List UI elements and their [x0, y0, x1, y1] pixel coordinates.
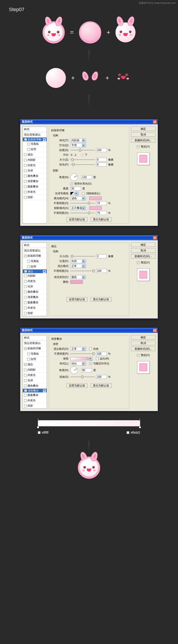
gloss-dropdown[interactable]	[76, 192, 79, 196]
input-opacity[interactable]: 100	[96, 269, 107, 273]
select-blendmode[interactable]: 正常	[70, 347, 86, 351]
cancel-button[interactable]: 取消	[131, 341, 155, 345]
select-gradstyle[interactable]: 径向	[70, 362, 86, 366]
checkbox-preview[interactable]	[137, 146, 139, 148]
input-altitude[interactable]: 30	[70, 186, 81, 190]
make-default-button[interactable]: 设置为默认值	[67, 217, 87, 222]
select-hilight-mode[interactable]: 滤色	[70, 196, 86, 200]
input-scale[interactable]: 100	[96, 375, 107, 379]
slider-soften[interactable]	[70, 163, 95, 166]
checkbox-icon[interactable]	[24, 180, 27, 183]
list-item-gradoverlay[interactable]: 渐变叠加	[23, 388, 47, 392]
checkbox-dither[interactable]	[89, 348, 92, 350]
select-style[interactable]: 内斜面	[70, 138, 86, 142]
close-icon[interactable]: ×	[153, 329, 157, 332]
gloss-contour-picker[interactable]	[70, 192, 74, 195]
checkbox-icon[interactable]	[27, 353, 30, 355]
list-item-patternoverlay[interactable]: 图案叠加	[23, 184, 47, 190]
cancel-button[interactable]: 取消	[131, 132, 155, 137]
checkbox-icon[interactable]	[24, 307, 27, 309]
list-item-satin[interactable]: 光泽	[23, 168, 47, 174]
list-header-styles[interactable]: 样式	[23, 127, 47, 132]
list-item-texture[interactable]: 纹理	[23, 147, 47, 152]
checkbox-antialias[interactable]	[82, 192, 85, 195]
checkbox-icon[interactable]	[27, 265, 30, 268]
dialog-titlebar[interactable]: 图层样式 ×	[20, 328, 158, 333]
checkbox-icon[interactable]	[24, 404, 27, 407]
new-style-button[interactable]: 新建样式(W)...	[131, 138, 155, 142]
list-item-stroke[interactable]: 描边	[23, 152, 47, 158]
checkbox-icon[interactable]	[27, 143, 30, 146]
list-blend-options[interactable]: 混合选项:默认	[23, 341, 47, 346]
checkbox-icon[interactable]	[24, 285, 27, 288]
checkbox-icon[interactable]	[24, 399, 27, 402]
list-item-innerglow[interactable]: 内发光	[23, 279, 47, 284]
list-item-innershadow[interactable]: 内阴影	[23, 367, 47, 373]
list-item-innerglow[interactable]: 内发光	[23, 373, 47, 378]
checkbox-icon[interactable]	[24, 369, 27, 371]
checkbox-icon[interactable]	[27, 148, 30, 151]
radio-down[interactable]	[81, 154, 83, 156]
color-stop-left[interactable]	[37, 426, 39, 428]
opacity-stop-right[interactable]	[139, 418, 141, 420]
angle-dial[interactable]	[70, 174, 78, 181]
checkbox-reverse[interactable]	[96, 357, 99, 360]
checkbox-icon[interactable]	[24, 191, 27, 194]
list-item-outerglow[interactable]: 外发光	[23, 305, 47, 311]
list-item-coloroverlay[interactable]: 颜色叠加	[23, 289, 47, 295]
checkbox-icon[interactable]	[24, 154, 27, 156]
style-list[interactable]: 样式 混合选项:默认 斜面和浮雕 等高线 纹理 描边 内阴影 内发光 光泽 颜色…	[23, 242, 47, 316]
checkbox-icon[interactable]	[24, 275, 27, 277]
slider-shadow-opacity[interactable]	[70, 211, 95, 215]
list-item-contour[interactable]: 等高线	[23, 142, 47, 147]
list-item-contour[interactable]: 等高线	[23, 351, 47, 357]
list-item-gradoverlay[interactable]: 渐变叠加	[23, 295, 47, 300]
list-item-texture[interactable]: 纹理	[23, 264, 47, 269]
hilight-color-swatch[interactable]	[89, 196, 102, 200]
checkbox-icon[interactable]	[27, 358, 30, 361]
select-blendmode[interactable]: 正常	[70, 264, 86, 268]
reset-default-button[interactable]: 复位为默认值	[91, 383, 111, 388]
list-item-texture[interactable]: 纹理	[23, 357, 47, 362]
list-item-innerglow[interactable]: 内发光	[23, 163, 47, 168]
list-item-contour[interactable]: 等高线	[23, 259, 47, 264]
checkbox-icon[interactable]	[24, 159, 27, 162]
shadow-color-swatch[interactable]	[89, 206, 102, 210]
checkbox-icon[interactable]	[24, 255, 27, 258]
new-style-button[interactable]: 新建样式(W)...	[131, 254, 155, 258]
select-position[interactable]: 外部	[70, 259, 86, 263]
checkbox-icon[interactable]	[24, 301, 27, 304]
list-item-patternoverlay[interactable]: 图案叠加	[23, 300, 47, 305]
color-stop-right[interactable]	[139, 426, 141, 428]
checkbox-icon[interactable]	[24, 138, 27, 141]
style-list[interactable]: 样式 混合选项:默认 斜面和浮雕 等高线 纹理 描边 内阴影 内发光 光泽 颜色…	[23, 126, 47, 224]
list-item-patternoverlay[interactable]: 图案叠加	[23, 392, 47, 398]
stroke-color-swatch[interactable]	[70, 280, 83, 284]
slider-hilight-opacity[interactable]	[70, 202, 95, 205]
angle-dial[interactable]	[70, 366, 78, 374]
checkbox-icon[interactable]	[24, 394, 27, 396]
checkbox-icon[interactable]	[24, 175, 27, 178]
checkbox-icon[interactable]	[24, 170, 27, 172]
input-depth[interactable]: 100	[96, 148, 107, 152]
list-item-stroke[interactable]: 描边	[23, 362, 47, 367]
select-technique[interactable]: 平滑	[70, 143, 86, 147]
list-item-outerglow[interactable]: 外发光	[23, 190, 47, 195]
input-hilight-opacity[interactable]: 75	[96, 201, 107, 205]
input-shadow-opacity[interactable]: 75	[96, 211, 107, 215]
checkbox-icon[interactable]	[24, 164, 27, 167]
list-item-bevel[interactable]: 斜面和浮雕	[23, 254, 47, 259]
gradient-picker[interactable]	[70, 357, 88, 360]
list-item-outerglow[interactable]: 外发光	[23, 398, 47, 403]
input-angle[interactable]: 90	[81, 368, 92, 372]
input-opacity[interactable]: 100	[96, 352, 107, 356]
new-style-button[interactable]: 新建样式(W)...	[131, 347, 155, 351]
checkbox-icon[interactable]	[24, 389, 27, 392]
checkbox-icon[interactable]	[27, 260, 30, 263]
checkbox-icon[interactable]	[24, 384, 27, 387]
input-soften[interactable]: 8	[96, 162, 107, 166]
slider-size[interactable]	[70, 254, 95, 258]
list-item-coloroverlay[interactable]: 颜色叠加	[23, 174, 47, 179]
list-item-bevel[interactable]: 斜面和浮雕	[23, 346, 47, 351]
list-item-satin[interactable]: 光泽	[23, 284, 47, 289]
